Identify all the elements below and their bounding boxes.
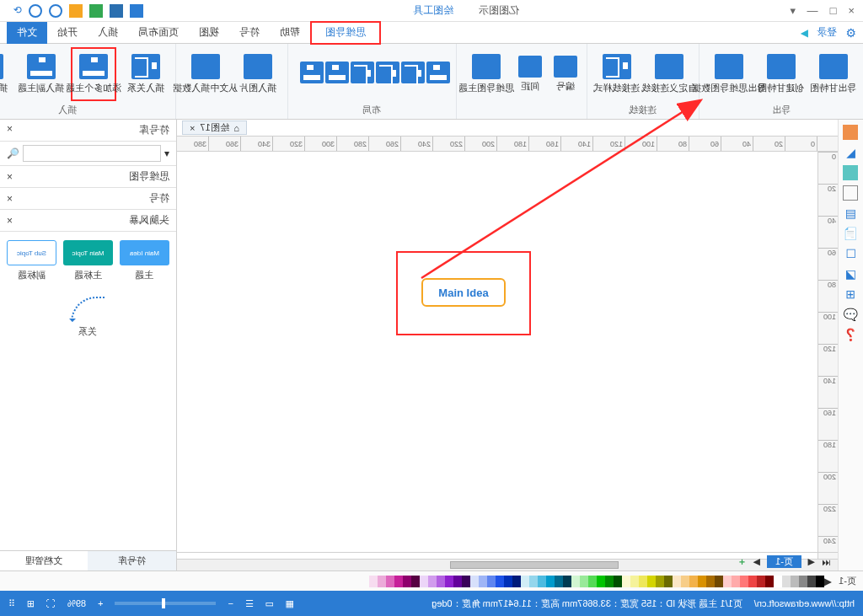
redo-icon[interactable] [29,4,42,18]
zoom-slider[interactable] [115,602,216,605]
end-icon[interactable]: ⠿ [8,598,15,609]
window-min-icon[interactable]: — [807,4,818,17]
dock-item-3[interactable] [844,165,859,180]
zoom-in-icon[interactable]: + [98,598,103,608]
color-swatch[interactable] [521,576,529,587]
color-swatch[interactable] [378,576,386,587]
tab-insert[interactable]: 插入 [88,22,128,44]
zoom-out-icon[interactable]: − [228,598,233,608]
side-footer-tab-2[interactable]: 文档管理 [0,551,88,570]
layout-button-4[interactable] [351,47,373,101]
insert-relation-button[interactable]: 插入关系 [123,47,169,101]
color-swatch[interactable] [597,576,605,587]
export-data-button[interactable]: 导出思维导图数据 [706,47,752,101]
dock-item-1[interactable] [844,125,859,140]
color-swatch[interactable] [555,576,563,587]
login-link[interactable]: 登录 [817,25,837,40]
color-swatch[interactable] [664,576,673,587]
page-nav-next-icon[interactable]: ▶ [753,556,760,567]
color-swatch[interactable] [681,576,689,587]
color-swatch[interactable] [656,576,664,587]
shape-card[interactable]: Sub Topic副标题 [7,240,56,281]
play-icon[interactable]: ▶ [801,27,808,39]
color-swatch[interactable] [394,576,403,587]
canvas-sheet[interactable]: Main Idea [177,152,817,559]
undo-icon[interactable] [49,4,62,18]
share-icon[interactable] [69,4,83,18]
color-swatch[interactable] [580,576,588,587]
side-section-2[interactable]: 符号× [0,188,176,210]
page-nav-prev-icon[interactable]: ◀ [808,556,815,567]
layout-button-6[interactable] [301,47,323,101]
insert-topic-button[interactable]: 插入主题 [0,47,12,101]
side-section-1[interactable]: 思维导图× [0,166,176,188]
tab-symbol[interactable]: 符号 [229,22,270,44]
color-swatch[interactable] [563,576,571,587]
color-swatch[interactable] [487,576,496,587]
color-swatch[interactable] [403,576,411,587]
layout-button-1[interactable] [427,47,449,101]
dock-item-11[interactable]: ❓ [844,327,859,342]
palette-nav-left-icon[interactable]: ◀ [824,576,832,587]
color-swatch[interactable] [630,576,639,587]
cloud-icon[interactable] [89,4,103,18]
search-clear-icon[interactable]: ▾ [164,147,169,159]
color-swatch[interactable] [538,576,546,587]
color-swatch[interactable] [420,576,428,587]
color-swatch[interactable] [799,576,807,587]
custom-connector-button[interactable]: 自定义连接线 [646,47,692,101]
color-swatch[interactable] [504,576,512,587]
color-swatch[interactable] [647,576,656,587]
view-mode-icon-3[interactable]: ☰ [245,598,254,609]
save-icon[interactable] [130,4,143,18]
main-idea-node[interactable]: Main Idea [421,278,506,307]
color-swatch[interactable] [479,576,487,587]
fullscreen-icon[interactable]: ⛶ [46,598,56,608]
color-swatch[interactable] [689,576,698,587]
color-swatch[interactable] [605,576,614,587]
dock-item-7[interactable]: ☐ [844,246,859,261]
color-swatch[interactable] [529,576,538,587]
color-swatch[interactable] [765,576,774,587]
close-icon[interactable]: × [7,171,13,183]
color-swatch[interactable] [757,576,765,587]
dock-item-6[interactable]: 📄 [844,226,859,241]
color-swatch[interactable] [782,576,791,587]
color-swatch[interactable] [386,576,394,587]
color-swatch[interactable] [723,576,732,587]
color-swatch[interactable] [614,576,622,587]
tab-pagelayout[interactable]: 页面布局 [128,22,189,44]
side-section-3[interactable]: 头脑风暴× [0,210,176,232]
color-swatch[interactable] [369,576,378,587]
insert-subtopic-button[interactable]: 插入副主题 [19,47,64,101]
color-swatch[interactable] [807,576,816,587]
color-swatch[interactable] [453,576,462,587]
color-swatch[interactable] [748,576,757,587]
close-icon[interactable]: × [7,193,13,205]
shape-card[interactable]: Main Topic主标题 [63,240,113,281]
search-icon[interactable]: 🔍 [7,147,19,159]
color-swatch[interactable] [740,576,748,587]
dock-item-10[interactable]: 💬 [844,307,859,322]
side-relation[interactable]: 关系 [0,290,176,345]
side-search-input[interactable] [23,145,161,162]
mindmap-theme-button[interactable]: 思维导图主题 [464,47,509,101]
color-swatch[interactable] [816,576,824,587]
spacing-button[interactable]: 间距 [516,47,544,101]
dock-item-4[interactable] [844,185,859,201]
color-swatch[interactable] [411,576,420,587]
color-swatch[interactable] [715,576,723,587]
gear-icon[interactable]: ⚙ [845,26,856,40]
color-swatch[interactable] [445,576,453,587]
layout-button-2[interactable] [402,47,424,101]
canvas-page[interactable]: Main Idea [177,152,817,559]
print-icon[interactable] [110,4,123,18]
tab-file[interactable]: 文件 [7,22,47,44]
tab-help[interactable]: 帮助 [270,22,310,44]
window-close-icon[interactable]: × [848,4,855,17]
dock-item-5[interactable]: ▤ [844,206,859,221]
color-swatch[interactable] [496,576,504,587]
close-icon[interactable]: × [7,215,13,227]
color-swatch[interactable] [673,576,681,587]
add-page-button[interactable]: ＋ [737,555,747,568]
